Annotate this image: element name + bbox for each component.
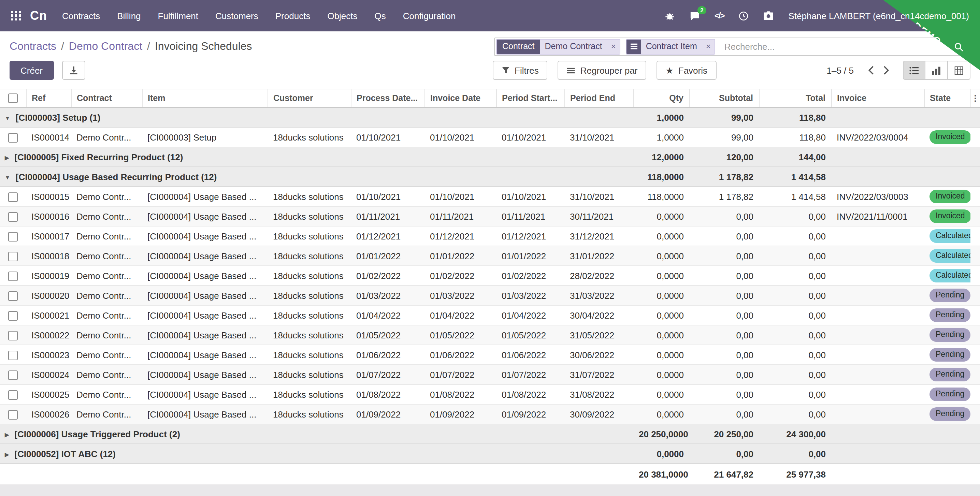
- group-aggregate-subtotal: 1 178,82: [689, 167, 759, 187]
- group-row[interactable]: ▼[CI000004] Usage Based Recurring Produc…: [0, 167, 980, 187]
- table-row[interactable]: IS000026Demo Contr...[CI000004] Usage Ba…: [0, 404, 980, 424]
- nav-menu-qs[interactable]: Qs: [375, 11, 386, 21]
- column-header-invoice-date[interactable]: Invoice Date: [425, 89, 496, 108]
- row-checkbox[interactable]: [8, 252, 18, 261]
- optional-columns-toggle-icon[interactable]: ⋮: [971, 94, 979, 103]
- status-badge: Invoiced: [929, 210, 970, 223]
- pager-next-button[interactable]: [878, 61, 893, 79]
- pager-value[interactable]: 1–5 / 5: [826, 65, 854, 75]
- column-header-subtotal[interactable]: Subtotal: [689, 89, 759, 108]
- cell-subtotal: 0,00: [689, 246, 759, 266]
- column-header-process-date[interactable]: Process Date...: [351, 89, 425, 108]
- caret-down-icon[interactable]: ▼: [5, 115, 10, 121]
- nav-menu-customers[interactable]: Customers: [215, 11, 258, 21]
- table-row[interactable]: IS000022Demo Contr...[CI000004] Usage Ba…: [0, 325, 980, 345]
- export-button[interactable]: [62, 61, 85, 80]
- column-header-period-end[interactable]: Period End: [565, 89, 633, 108]
- clock-icon[interactable]: [738, 11, 749, 21]
- group-by-button[interactable]: Regrouper par: [558, 61, 647, 80]
- apps-grid-icon[interactable]: [11, 11, 21, 21]
- list-view-button[interactable]: [903, 61, 925, 80]
- group-row[interactable]: ▼[CI000003] Setup (1)1,000099,00118,80: [0, 108, 980, 127]
- table-row[interactable]: IS000020Demo Contr...[CI000004] Usage Ba…: [0, 286, 980, 305]
- chat-icon[interactable]: 2: [689, 11, 700, 21]
- cell-total: 0,00: [759, 305, 831, 325]
- code-icon[interactable]: </>: [714, 11, 724, 21]
- group-trailing-cell: [831, 167, 980, 187]
- search-input[interactable]: Recherche...: [724, 41, 775, 51]
- row-checkbox[interactable]: [8, 331, 18, 340]
- bar-chart-view-button[interactable]: [925, 61, 948, 80]
- group-by-label: Regrouper par: [581, 65, 638, 75]
- column-header-state[interactable]: State: [924, 89, 970, 108]
- group-row[interactable]: ▶[CI000052] IOT ABC (12)0,00000,000,00: [0, 444, 980, 464]
- row-checkbox[interactable]: [8, 133, 18, 143]
- cell-state: Invoiced: [924, 127, 970, 147]
- search-bar[interactable]: ContractDemo Contract×Contract Item× Rec…: [494, 37, 970, 56]
- row-checkbox[interactable]: [8, 291, 18, 301]
- table-row[interactable]: IS000018Demo Contr...[CI000004] Usage Ba…: [0, 246, 980, 266]
- group-row[interactable]: ▶[CI000005] Fixed Recurring Product (12)…: [0, 147, 980, 167]
- breadcrumb-link[interactable]: Demo Contract: [69, 40, 142, 52]
- table-row[interactable]: IS000024Demo Contr...[CI000004] Usage Ba…: [0, 365, 980, 385]
- cell-total: 118,80: [759, 127, 831, 147]
- cell-total: 0,00: [759, 266, 831, 286]
- nav-menu-products[interactable]: Products: [275, 11, 310, 21]
- row-select-cell: [0, 404, 26, 424]
- facet-remove-icon[interactable]: ×: [607, 39, 620, 54]
- breadcrumb-link[interactable]: Contracts: [10, 40, 56, 52]
- row-checkbox[interactable]: [8, 192, 18, 202]
- row-checkbox[interactable]: [8, 390, 18, 400]
- row-checkbox[interactable]: [8, 410, 18, 420]
- camera-icon[interactable]: [763, 11, 774, 21]
- row-checkbox[interactable]: [8, 351, 18, 360]
- group-row[interactable]: ▶[CI000006] Usage Triggered Product (2)2…: [0, 424, 980, 444]
- caret-right-icon[interactable]: ▶: [5, 431, 9, 438]
- column-header-invoice[interactable]: Invoice: [831, 89, 924, 108]
- top-navbar: Cn ContractsBillingFulfillmentCustomersP…: [0, 0, 980, 32]
- nav-menu-fulfillment[interactable]: Fulfillment: [158, 11, 199, 21]
- table-row[interactable]: IS000023Demo Contr...[CI000004] Usage Ba…: [0, 345, 980, 365]
- favorites-button[interactable]: ★ Favoris: [657, 61, 716, 80]
- nav-menu-configuration[interactable]: Configuration: [403, 11, 456, 21]
- caret-down-icon[interactable]: ▼: [5, 174, 10, 180]
- table-row[interactable]: IS000014Demo Contr...[CI000003] Setup18d…: [0, 127, 980, 147]
- create-button[interactable]: Créer: [10, 61, 54, 80]
- nav-menu-billing[interactable]: Billing: [117, 11, 141, 21]
- row-checkbox[interactable]: [8, 272, 18, 281]
- nav-menu-contracts[interactable]: Contracts: [62, 11, 100, 21]
- nav-menu-objects[interactable]: Objects: [327, 11, 357, 21]
- caret-right-icon[interactable]: ▶: [5, 451, 9, 458]
- column-header-customer[interactable]: Customer: [267, 89, 351, 108]
- bug-icon[interactable]: [665, 11, 675, 21]
- row-checkbox[interactable]: [8, 212, 18, 222]
- table-row[interactable]: IS000025Demo Contr...[CI000004] Usage Ba…: [0, 385, 980, 404]
- cell-period-end: 31/03/2022: [565, 286, 633, 305]
- pivot-view-button[interactable]: [948, 61, 970, 80]
- table-row[interactable]: IS000017Demo Contr...[CI000004] Usage Ba…: [0, 226, 980, 246]
- column-header-total[interactable]: Total: [759, 89, 831, 108]
- status-badge: Pending: [929, 348, 970, 362]
- cell-period-start: 01/09/2022: [496, 404, 565, 424]
- row-checkbox[interactable]: [8, 232, 18, 242]
- table-row[interactable]: IS000021Demo Contr...[CI000004] Usage Ba…: [0, 305, 980, 325]
- filters-button[interactable]: Filtres: [493, 61, 548, 80]
- cell-qty: 0,0000: [633, 385, 689, 404]
- column-header-contract[interactable]: Contract: [71, 89, 142, 108]
- table-row[interactable]: IS000019Demo Contr...[CI000004] Usage Ba…: [0, 266, 980, 286]
- column-header-item[interactable]: Item: [142, 89, 267, 108]
- select-all-checkbox[interactable]: [8, 94, 18, 103]
- table-row[interactable]: IS000015Demo Contr...[CI000004] Usage Ba…: [0, 187, 980, 207]
- app-logo[interactable]: Cn: [30, 8, 47, 23]
- column-header-ref[interactable]: Ref: [26, 89, 71, 108]
- pager-previous-button[interactable]: [863, 61, 878, 79]
- caret-right-icon[interactable]: ▶: [5, 154, 9, 161]
- user-menu[interactable]: Stéphane LAMBERT (e6nd_cn14cdemo_001): [788, 11, 969, 21]
- row-checkbox[interactable]: [8, 370, 18, 380]
- table-row[interactable]: IS000016Demo Contr...[CI000004] Usage Ba…: [0, 207, 980, 226]
- row-checkbox[interactable]: [8, 311, 18, 321]
- facet-remove-icon[interactable]: ×: [702, 39, 715, 54]
- column-header-qty[interactable]: Qty: [633, 89, 689, 108]
- group-trailing-cell: [831, 147, 980, 167]
- column-header-period-start[interactable]: Period Start...: [496, 89, 565, 108]
